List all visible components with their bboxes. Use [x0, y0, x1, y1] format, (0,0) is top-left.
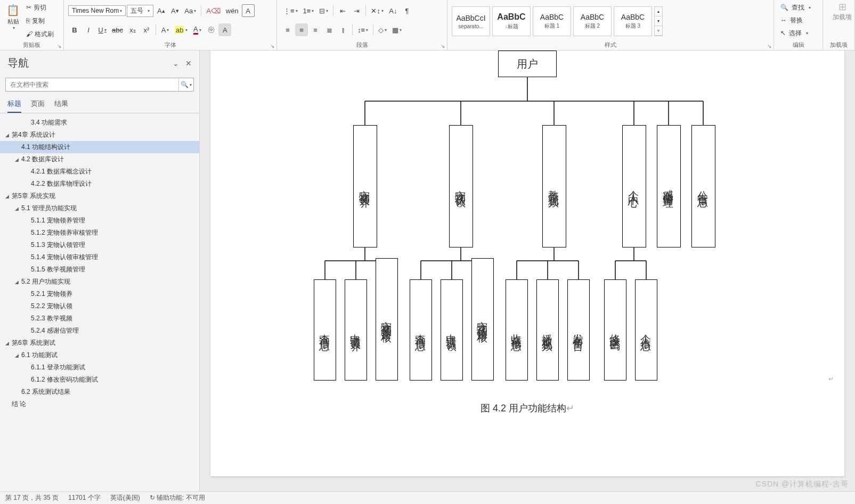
multilevel-button[interactable]: ⊟▾	[317, 4, 330, 17]
style-item[interactable]: AaBbC标题 1	[533, 6, 571, 36]
char-border-button[interactable]: A	[242, 4, 255, 17]
status-language[interactable]: 英语(美国)	[110, 493, 140, 502]
find-button[interactable]: 🔍查找▾	[778, 1, 818, 14]
dialog-launcher-icon[interactable]: ↘	[441, 43, 445, 49]
shrink-font-button[interactable]: A▾	[168, 4, 181, 17]
tree-item[interactable]: 3.4 功能需求	[0, 117, 199, 129]
group-editing: 🔍查找▾ ↔替换 ↖选择▾ 编辑	[774, 0, 823, 50]
strike-button[interactable]: abc	[110, 23, 125, 36]
underline-button[interactable]: U▾	[96, 23, 109, 36]
status-page[interactable]: 第 17 页，共 35 页	[5, 493, 59, 502]
tree-item[interactable]: 5.1.5 教学视频管理	[0, 263, 199, 276]
search-input[interactable]	[6, 78, 178, 91]
italic-button[interactable]: I	[82, 23, 95, 36]
bullets-button[interactable]: ⋮≡▾	[281, 4, 300, 17]
borders-button[interactable]: ▦▾	[390, 23, 404, 36]
tab-results[interactable]: 结果	[54, 99, 68, 113]
paste-icon: 📋	[6, 4, 20, 16]
tree-item[interactable]: ◢5.1 管理员功能实现	[0, 202, 199, 214]
style-item[interactable]: AaBbC标题 2	[573, 6, 612, 36]
style-item[interactable]: AaBbCcIseparato...	[452, 6, 490, 36]
grow-font-button[interactable]: A▴	[154, 4, 167, 17]
align-left-button[interactable]: ≡	[281, 23, 294, 36]
tree-item[interactable]: ◢5.2 用户功能实现	[0, 276, 199, 288]
dialog-launcher-icon[interactable]: ↘	[767, 43, 771, 49]
tree-item[interactable]: 5.1.1 宠物领养管理	[0, 214, 199, 227]
tree-item[interactable]: 结 论	[0, 398, 199, 410]
style-item[interactable]: AaBbC↓标题	[492, 6, 531, 36]
tree-item[interactable]: 6.1.1 登录功能测试	[0, 361, 199, 374]
tab-pages[interactable]: 页面	[31, 99, 45, 113]
status-words[interactable]: 11701 个字	[68, 493, 101, 502]
sort-button[interactable]: A↓	[387, 4, 400, 17]
decrease-indent-button[interactable]: ⇤	[336, 4, 349, 17]
distribute-button[interactable]: ⫿	[337, 23, 349, 36]
font-name-select[interactable]: Times New Rom▾	[68, 5, 126, 16]
tree-item[interactable]: 4.1 功能结构设计	[0, 141, 199, 153]
phonetic-guide-button[interactable]: wén	[224, 4, 241, 17]
tree-item[interactable]: 5.2.4 感谢信管理	[0, 325, 199, 337]
text-direction-button[interactable]: ✕↕▾	[369, 4, 386, 17]
diagram-node: 查询信息	[410, 279, 432, 381]
text-effects-button[interactable]: A▾	[159, 23, 172, 36]
tree-item[interactable]: 5.2.1 宠物领养	[0, 288, 199, 300]
tree-item[interactable]: ◢6.1 功能测试	[0, 349, 199, 361]
diagram-node: 宠物领养审核	[376, 258, 398, 381]
change-case-button[interactable]: Aa▾	[182, 4, 198, 17]
format-painter-button[interactable]: 🖌格式刷	[24, 28, 56, 40]
tree-item[interactable]: 4.2.1 数据库概念设计	[0, 166, 199, 178]
font-label: 字体	[165, 42, 176, 48]
tab-headings[interactable]: 标题	[7, 99, 21, 113]
dialog-launcher-icon[interactable]: ↘	[270, 43, 274, 49]
tree-item[interactable]: 6.2 系统测试结果	[0, 386, 199, 398]
chevron-down-icon[interactable]: ⌄	[173, 59, 179, 68]
numbering-button[interactable]: 1≡▾	[301, 4, 316, 17]
tree-item[interactable]: 5.1.2 宠物领养审核管理	[0, 227, 199, 239]
tree-item[interactable]: ◢第5章 系统实现	[0, 190, 199, 202]
style-item[interactable]: AaBbC标题 3	[614, 6, 652, 36]
highlight-button[interactable]: ab▾	[173, 23, 190, 36]
tree-item[interactable]: 5.1.3 宠物认领管理	[0, 239, 199, 251]
select-button[interactable]: ↖选择▾	[778, 27, 818, 39]
tree-item[interactable]: 5.2.3 教学视频	[0, 312, 199, 325]
diagram-node: 发布留言	[567, 279, 590, 381]
align-center-button[interactable]: ≡	[295, 23, 308, 36]
font-color-button[interactable]: A▾	[191, 23, 203, 36]
addins-button[interactable]: ⊞ 加载项	[827, 1, 855, 22]
search-button[interactable]: 🔍▾	[178, 78, 193, 91]
tree-item[interactable]: 5.2.2 宠物认领	[0, 300, 199, 312]
show-marks-button[interactable]: ¶	[401, 4, 413, 17]
expand-icon: ◢	[15, 279, 21, 285]
align-right-button[interactable]: ≡	[309, 23, 322, 36]
cut-button[interactable]: ✂剪切	[24, 1, 56, 14]
tree-item[interactable]: ◢第6章 系统测试	[0, 337, 199, 349]
justify-button[interactable]: ≣	[323, 23, 336, 36]
dialog-launcher-icon[interactable]: ↘	[57, 43, 61, 49]
diagram-node: 申请认领	[441, 279, 463, 381]
shading-button[interactable]: ◇▾	[376, 23, 389, 36]
enclose-char-button[interactable]: ㊥	[205, 23, 217, 36]
tree-item[interactable]: ◢4.2 数据库设计	[0, 153, 199, 166]
status-accessibility[interactable]: ↻ 辅助功能: 不可用	[150, 493, 205, 502]
paste-button[interactable]: 📋 粘贴▾	[4, 1, 22, 33]
increase-indent-button[interactable]: ⇥	[350, 4, 363, 17]
line-spacing-button[interactable]: ↕≡▾	[355, 23, 370, 36]
watermark: CSDN @计算机编程-吉哥	[756, 480, 849, 489]
superscript-button[interactable]: x²	[140, 23, 153, 36]
clear-format-button[interactable]: A⌫	[204, 4, 223, 17]
styles-scroll[interactable]: ▴▾▿	[654, 6, 663, 36]
font-size-select[interactable]: 五号▾	[127, 5, 153, 17]
tree-item[interactable]: 5.1.4 宠物认领审核管理	[0, 251, 199, 263]
tree-item[interactable]: 4.2.2 数据库物理设计	[0, 178, 199, 190]
char-shading-button[interactable]: A	[218, 23, 231, 36]
close-icon[interactable]: ✕	[185, 59, 192, 68]
bold-button[interactable]: B	[68, 23, 81, 36]
replace-button[interactable]: ↔替换	[778, 14, 818, 27]
tree-item[interactable]: 6.1.2 修改密码功能测试	[0, 374, 199, 386]
document-area[interactable]: 用户宠物领养宠物认领教学视频个人中心感谢信管理公告信息查询信息申请领养宠物领养审…	[200, 51, 855, 491]
copy-button[interactable]: ⎘复制	[24, 14, 56, 27]
tree-item[interactable]: ◢第4章 系统设计	[0, 129, 199, 141]
search-icon: 🔍	[780, 4, 788, 11]
diagram-node: 个人中心	[622, 125, 646, 247]
subscript-button[interactable]: x₂	[126, 23, 139, 36]
